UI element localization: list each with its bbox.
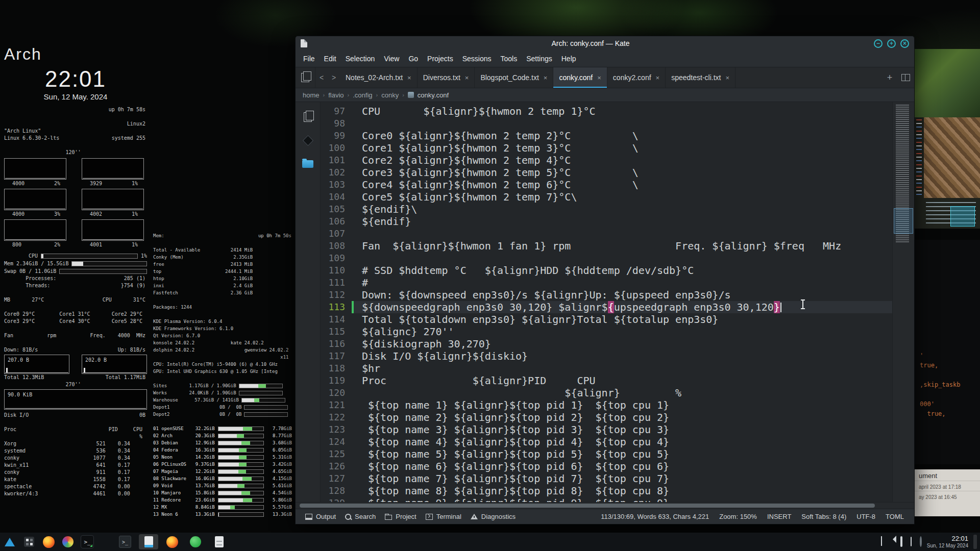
tab-label: Blogspot_Code.txt (480, 73, 538, 82)
line-text: CPU ${alignr}${hwmon 2 temp 1}°C (354, 105, 892, 117)
background-window-file-manager[interactable] (915, 49, 980, 229)
scrollbar-thumb[interactable] (300, 504, 875, 508)
tab-close-icon[interactable]: × (656, 74, 660, 82)
line-number: 97 (321, 105, 345, 117)
app-launcher-button[interactable] (3, 535, 16, 548)
previous-document-button[interactable]: < (315, 67, 328, 88)
document-tab[interactable]: Blogspot_Code.txt × (475, 67, 553, 88)
line-number: 110 (321, 264, 345, 277)
disk-total: 13.3GiB (188, 511, 214, 518)
menu-item[interactable]: Sessions (458, 53, 496, 65)
tab-close-icon[interactable]: × (465, 74, 469, 82)
titlebar[interactable]: Arch: conky.conf — Kate − + × (296, 36, 914, 51)
documents-toolview-button[interactable] (300, 109, 315, 124)
encoding-status[interactable]: UTF-8 (851, 513, 880, 520)
task-firefox[interactable] (162, 534, 182, 549)
documents-list-button[interactable] (296, 67, 315, 88)
minimap-visible-range[interactable] (894, 208, 913, 234)
task-kate-active[interactable] (139, 534, 158, 549)
menu-item[interactable]: Help (557, 53, 581, 65)
background-window-document-list[interactable]: ument april 2023 at 17:18 ay 2023 at 16:… (915, 469, 980, 516)
tab-width-status[interactable]: Soft Tabs: 8 (4) (796, 513, 851, 520)
menu-item[interactable]: Projects (423, 53, 458, 65)
breadcrumb-item[interactable]: flavio (328, 91, 344, 99)
minimap-scrollbar[interactable] (892, 102, 914, 502)
menu-item[interactable]: Edit (320, 53, 341, 65)
line-text: ${top name 2} ${alignr}${top pid 2} ${to… (354, 411, 892, 423)
tray-badge-button[interactable] (920, 537, 922, 546)
menu-item[interactable]: Settings (522, 53, 557, 65)
menu-item[interactable]: File (299, 53, 320, 65)
document-tab[interactable]: conky2.conf × (607, 67, 666, 88)
menu-item[interactable]: Selection (341, 53, 380, 65)
horizontal-scrollbar[interactable] (296, 502, 914, 509)
close-button[interactable]: × (900, 39, 909, 48)
document-tab[interactable]: Diversos.txt × (418, 67, 475, 88)
next-document-button[interactable]: > (328, 67, 340, 88)
terminal-launcher-button[interactable]: >_ (81, 535, 94, 548)
text-editor[interactable]: 97 CPU ${alignr}${hwmon 2 temp 1}°C 98 9… (321, 102, 892, 502)
firefox-icon (166, 536, 178, 548)
tab-close-icon[interactable]: × (725, 74, 729, 82)
tab-close-icon[interactable]: × (597, 74, 601, 82)
conky-line (4, 339, 147, 346)
syntax-mode-status[interactable]: TOML (880, 513, 909, 520)
diagnostics-panel-button[interactable]: Diagnostics (466, 511, 520, 522)
tab-label: conky.conf (559, 73, 593, 82)
breadcrumb-item[interactable]: .config (353, 91, 372, 99)
show-desktop-button[interactable] (973, 535, 977, 549)
background-window-editor[interactable]: ' true, ,skip_taskb 000' true, (915, 240, 980, 464)
new-document-icon[interactable]: + (883, 67, 897, 88)
zoom-level-status[interactable]: Zoom: 150% (714, 513, 762, 520)
disk-name: 05 Neon (153, 454, 188, 461)
display-tray-button[interactable] (900, 537, 902, 546)
firefox-launcher-button[interactable] (42, 535, 55, 548)
breadcrumb-item[interactable]: conky (381, 91, 399, 99)
split-view-button[interactable] (897, 67, 914, 88)
expand-tray-button[interactable] (881, 537, 882, 546)
volume-tray-button[interactable] (890, 537, 892, 546)
green-circle-icon (190, 536, 201, 547)
tab-close-icon[interactable]: × (544, 74, 548, 82)
disk-row: 12 MX 8.84GiB 5.57GiB (153, 504, 292, 511)
input-mode-status[interactable]: INSERT (762, 513, 796, 520)
symbols-toolview-button[interactable] (300, 133, 315, 148)
conky-line: Down: 81B/s Up: 81B/s (4, 346, 147, 354)
spacer-line (4, 419, 147, 426)
document-tab[interactable]: Notes_02-Arch.txt × (340, 67, 418, 88)
digital-clock[interactable]: 22:01 Sun, 12 May 2024 (927, 535, 968, 549)
conky-line: inxi 2.4 GiB (153, 282, 292, 289)
maximize-button[interactable]: + (887, 39, 896, 48)
minimize-button[interactable]: − (874, 39, 883, 48)
cursor-position-status[interactable]: 113/130:69, Words 633, Chars 4,221 (596, 513, 714, 520)
process-row: conky 911 0.17 (4, 469, 147, 476)
image-preview (924, 117, 980, 198)
mouse-ibeam-cursor (802, 300, 803, 309)
code-line: 106 ${endif} (321, 215, 892, 228)
task-green-app[interactable] (186, 534, 205, 549)
menu-item[interactable]: Tools (496, 53, 522, 65)
tab-close-icon[interactable]: × (407, 74, 411, 82)
menu-item[interactable]: View (379, 53, 404, 65)
task-text-document[interactable] (209, 534, 229, 549)
line-number: 123 (321, 423, 345, 436)
breadcrumb-item[interactable]: home (303, 91, 320, 99)
keyboard-tray-button[interactable] (911, 537, 912, 546)
project-label: Project (396, 513, 416, 520)
color-app-launcher-button[interactable] (61, 535, 75, 548)
disk-total: 16.0GiB (188, 475, 214, 482)
document-tab[interactable]: conky.conf × (553, 67, 607, 88)
search-panel-button[interactable]: Search (340, 511, 380, 522)
terminal-panel-button[interactable]: Terminal (421, 511, 466, 522)
pager-button[interactable] (22, 535, 36, 548)
output-panel-button[interactable]: Output (301, 511, 340, 522)
document-tab[interactable]: speedtest-cli.txt × (666, 67, 736, 88)
project-panel-button[interactable]: Project (380, 511, 421, 522)
menu-item[interactable]: Go (404, 53, 423, 65)
breadcrumb-file[interactable]: conky.conf (418, 91, 449, 99)
task-konsole[interactable]: >_ (115, 534, 135, 549)
storage-row: Sites 1.17GiB / 1.90GiB (153, 382, 292, 389)
filesystem-toolview-button[interactable] (300, 156, 315, 171)
line-text (354, 252, 892, 264)
line-text: Core5 ${alignr}${hwmon 2 temp 7}°C\ (354, 191, 892, 203)
